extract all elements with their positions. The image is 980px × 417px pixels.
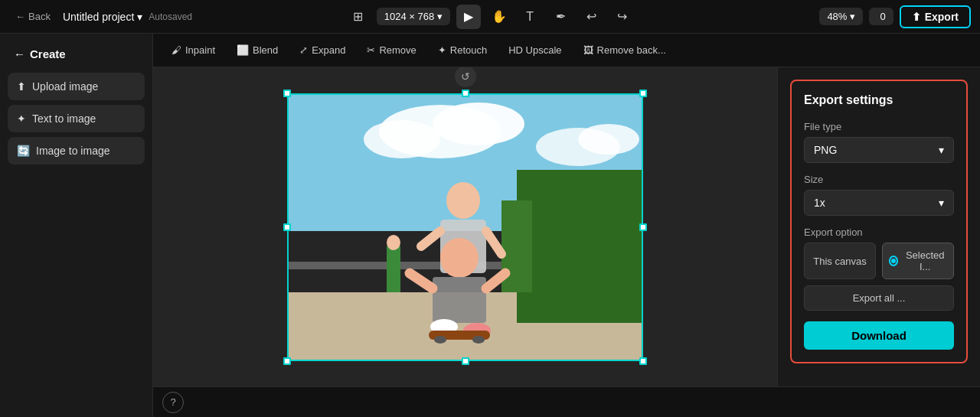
file-type-dropdown[interactable]: PNG ▾	[804, 137, 954, 163]
refresh-icon: ↺	[461, 70, 470, 83]
export-all-button[interactable]: Export all ...	[804, 285, 954, 311]
selected-radio-icon	[889, 256, 898, 266]
resize-icon: ⊞	[346, 5, 371, 29]
handle-bottom-left[interactable]	[283, 357, 291, 365]
zoom-value: 48%	[827, 11, 847, 22]
blend-button[interactable]: ⬜ Blend	[227, 41, 287, 60]
remove-label: Remove	[379, 44, 416, 56]
svg-rect-17	[433, 277, 486, 323]
sidebar-item-upload-image[interactable]: ⬆ Upload image	[8, 73, 145, 100]
handle-right-middle[interactable]	[639, 223, 647, 231]
help-button[interactable]: ?	[162, 392, 184, 413]
project-name[interactable]: Untitled project ▾	[63, 11, 142, 23]
hd-upscale-button[interactable]: HD Upscale	[499, 41, 570, 60]
retouch-label: Retouch	[450, 44, 487, 56]
sidebar-header: ← Create	[8, 43, 145, 65]
svg-line-15	[486, 231, 501, 254]
redo-button[interactable]: ↪	[609, 5, 634, 29]
sidebar-item-image-to-image[interactable]: 🔄 Image to image	[8, 137, 145, 165]
download-label: Download	[851, 329, 906, 342]
hand-tool-button[interactable]: ✋	[487, 5, 511, 29]
sidebar: ← Create ⬆ Upload image ✦ Text to image …	[0, 34, 153, 417]
back-label: Back	[28, 11, 51, 22]
export-all-label: Export all ...	[853, 292, 906, 304]
remove-back-button[interactable]: 🖼 Remove back...	[574, 41, 675, 60]
remove-back-icon: 🖼	[583, 44, 593, 56]
handle-top-middle[interactable]	[462, 90, 469, 97]
project-chevron-icon: ▾	[137, 11, 142, 23]
upload-image-icon: ⬆	[17, 80, 26, 93]
pen-tool-icon: ✒	[556, 9, 566, 24]
export-settings-title: Export settings	[804, 93, 954, 107]
inpaint-button[interactable]: 🖌 Inpaint	[162, 41, 224, 60]
project-name-text: Untitled project	[63, 11, 134, 23]
select-tool-icon: ▶	[464, 9, 473, 24]
export-all-section: Export all ...	[804, 285, 954, 311]
handle-bottom-middle[interactable]	[462, 357, 469, 365]
refresh-button[interactable]: ↺	[455, 67, 476, 87]
canvas-size-indicator[interactable]: 1024 × 768 ▾	[377, 8, 450, 25]
svg-line-18	[410, 273, 433, 288]
remove-icon: ✂	[367, 44, 375, 56]
file-type-label: File type	[804, 121, 954, 132]
canvas-photo	[287, 93, 643, 361]
canvas-area[interactable]: ↺	[153, 67, 777, 386]
handle-top-left[interactable]	[283, 90, 291, 97]
canvas-size-chevron: ▾	[437, 11, 443, 22]
file-type-chevron-icon: ▾	[939, 144, 944, 156]
handle-top-right[interactable]	[639, 90, 647, 97]
undo-icon: ↩	[586, 9, 596, 24]
back-button[interactable]: ← Back	[9, 8, 57, 25]
svg-rect-7	[517, 170, 643, 323]
export-option-row: This canvas Selected I...	[804, 243, 954, 279]
image-to-image-label: Image to image	[36, 145, 110, 157]
svg-point-16	[440, 238, 479, 278]
svg-point-23	[434, 336, 446, 344]
text-tool-icon: T	[526, 10, 534, 24]
svg-point-24	[472, 336, 485, 344]
expand-button[interactable]: ⤢ Expand	[290, 41, 354, 60]
selected-button[interactable]: Selected I...	[882, 243, 954, 279]
content-row: ↺	[153, 67, 980, 386]
this-canvas-button[interactable]: This canvas	[804, 243, 876, 279]
image-to-image-icon: 🔄	[17, 145, 30, 157]
sidebar-item-text-to-image[interactable]: ✦ Text to image	[8, 105, 145, 132]
selected-label: Selected I...	[903, 249, 947, 272]
export-button[interactable]: ⬆ Export	[900, 5, 971, 28]
remove-back-label: Remove back...	[597, 44, 666, 56]
inpaint-label: Inpaint	[185, 44, 215, 56]
handle-left-middle[interactable]	[283, 223, 291, 231]
canvas-size-text: 1024 × 768	[384, 11, 434, 22]
credits-count: 0	[880, 11, 885, 22]
hd-upscale-label: HD Upscale	[508, 44, 561, 56]
pen-tool-button[interactable]: ✒	[548, 5, 573, 29]
topbar: ← Back Untitled project ▾ Autosaved ⊞ 10…	[0, 0, 980, 34]
handle-bottom-right[interactable]	[639, 357, 647, 365]
zoom-chevron-icon: ▾	[850, 11, 855, 22]
credits-button[interactable]: 0	[869, 8, 893, 25]
text-tool-button[interactable]: T	[518, 5, 542, 29]
svg-point-5	[578, 124, 639, 155]
expand-icon: ⤢	[299, 44, 308, 56]
text-to-image-icon: ✦	[17, 112, 26, 125]
size-label: Size	[804, 174, 954, 185]
remove-button[interactable]: ✂ Remove	[358, 41, 425, 60]
svg-line-14	[421, 231, 440, 246]
svg-point-11	[387, 235, 400, 250]
size-dropdown[interactable]: 1x ▾	[804, 190, 954, 216]
zoom-control[interactable]: 48% ▾	[819, 8, 863, 25]
size-section: Size 1x ▾	[804, 174, 954, 216]
content-wrapper: 🖌 Inpaint ⬜ Blend ⤢ Expand ✂ Remove ✦ Re…	[153, 34, 980, 417]
inpaint-icon: 🖌	[172, 44, 181, 56]
export-panel-inner: Export settings File type PNG ▾ Size 1	[790, 80, 968, 363]
retouch-button[interactable]: ✦ Retouch	[429, 41, 496, 60]
bottom-bar: ?	[153, 386, 980, 417]
select-tool-button[interactable]: ▶	[456, 5, 481, 29]
download-button[interactable]: Download	[804, 321, 954, 350]
svg-point-12	[446, 182, 480, 219]
export-panel: Export settings File type PNG ▾ Size 1	[777, 67, 980, 386]
create-label: Create	[30, 47, 66, 60]
canvas-image-container[interactable]: ↺	[287, 93, 643, 361]
autosaved-label: Autosaved	[149, 11, 192, 22]
undo-button[interactable]: ↩	[579, 5, 603, 29]
